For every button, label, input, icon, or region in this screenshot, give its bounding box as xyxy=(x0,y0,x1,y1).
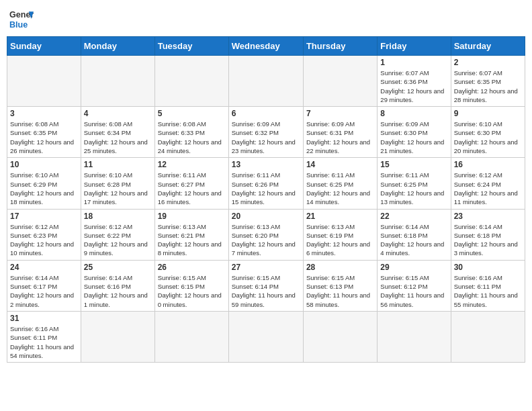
calendar-table: SundayMondayTuesdayWednesdayThursdayFrid… xyxy=(7,36,525,363)
day-info: Sunrise: 6:07 AM Sunset: 6:35 PM Dayligh… xyxy=(454,68,522,104)
day-number: 30 xyxy=(454,263,522,272)
day-info: Sunrise: 6:10 AM Sunset: 6:29 PM Dayligh… xyxy=(10,171,78,206)
calendar-day-cell: 1Sunrise: 6:07 AM Sunset: 6:36 PM Daylig… xyxy=(378,56,451,107)
day-info: Sunrise: 6:11 AM Sunset: 6:25 PM Dayligh… xyxy=(380,171,447,206)
calendar-day-cell: 28Sunrise: 6:15 AM Sunset: 6:13 PM Dayli… xyxy=(303,260,377,311)
logo: General Blue xyxy=(9,7,34,31)
day-number: 3 xyxy=(10,109,78,118)
calendar-day-cell: 29Sunrise: 6:15 AM Sunset: 6:12 PM Dayli… xyxy=(378,260,451,311)
day-info: Sunrise: 6:09 AM Sunset: 6:31 PM Dayligh… xyxy=(306,120,374,155)
day-info: Sunrise: 6:10 AM Sunset: 6:28 PM Dayligh… xyxy=(84,171,152,206)
calendar-header-wednesday: Wednesday xyxy=(228,37,303,56)
day-number: 28 xyxy=(306,263,374,272)
calendar-week-row: 10Sunrise: 6:10 AM Sunset: 6:29 PM Dayli… xyxy=(7,158,525,209)
calendar-day-cell: 4Sunrise: 6:08 AM Sunset: 6:34 PM Daylig… xyxy=(81,107,154,158)
day-number: 20 xyxy=(232,212,300,221)
day-info: Sunrise: 6:16 AM Sunset: 6:11 PM Dayligh… xyxy=(454,273,522,309)
calendar-day-cell: 3Sunrise: 6:08 AM Sunset: 6:35 PM Daylig… xyxy=(7,107,81,158)
day-number: 10 xyxy=(10,160,78,169)
day-info: Sunrise: 6:08 AM Sunset: 6:34 PM Dayligh… xyxy=(84,120,152,155)
day-info: Sunrise: 6:12 AM Sunset: 6:22 PM Dayligh… xyxy=(84,222,152,258)
calendar-day-cell: 27Sunrise: 6:15 AM Sunset: 6:14 PM Dayli… xyxy=(228,260,303,311)
day-number: 25 xyxy=(84,263,152,272)
day-info: Sunrise: 6:14 AM Sunset: 6:16 PM Dayligh… xyxy=(84,273,152,309)
day-number: 22 xyxy=(380,212,447,221)
day-info: Sunrise: 6:15 AM Sunset: 6:13 PM Dayligh… xyxy=(306,273,374,309)
calendar-day-cell: 15Sunrise: 6:11 AM Sunset: 6:25 PM Dayli… xyxy=(378,158,451,209)
calendar-day-cell: 8Sunrise: 6:09 AM Sunset: 6:30 PM Daylig… xyxy=(378,107,451,158)
day-number: 29 xyxy=(380,263,447,272)
calendar-day-cell: 2Sunrise: 6:07 AM Sunset: 6:35 PM Daylig… xyxy=(451,56,525,107)
calendar-header-thursday: Thursday xyxy=(303,37,377,56)
day-info: Sunrise: 6:08 AM Sunset: 6:35 PM Dayligh… xyxy=(10,120,78,155)
calendar-day-cell: 26Sunrise: 6:15 AM Sunset: 6:15 PM Dayli… xyxy=(154,260,228,311)
day-number: 5 xyxy=(158,109,226,118)
day-number: 17 xyxy=(10,212,78,221)
day-info: Sunrise: 6:12 AM Sunset: 6:24 PM Dayligh… xyxy=(454,171,522,206)
calendar-day-cell xyxy=(228,311,303,362)
day-info: Sunrise: 6:11 AM Sunset: 6:27 PM Dayligh… xyxy=(158,171,226,206)
calendar-header-saturday: Saturday xyxy=(451,37,525,56)
calendar-week-row: 3Sunrise: 6:08 AM Sunset: 6:35 PM Daylig… xyxy=(7,107,525,158)
calendar-header-friday: Friday xyxy=(378,37,451,56)
day-number: 27 xyxy=(232,263,300,272)
calendar-day-cell: 12Sunrise: 6:11 AM Sunset: 6:27 PM Dayli… xyxy=(154,158,228,209)
day-info: Sunrise: 6:14 AM Sunset: 6:18 PM Dayligh… xyxy=(454,222,522,258)
calendar-day-cell xyxy=(7,56,81,107)
calendar-day-cell xyxy=(303,56,377,107)
day-info: Sunrise: 6:15 AM Sunset: 6:15 PM Dayligh… xyxy=(158,273,226,309)
calendar-day-cell: 22Sunrise: 6:14 AM Sunset: 6:18 PM Dayli… xyxy=(378,209,451,260)
day-number: 16 xyxy=(454,160,522,169)
day-info: Sunrise: 6:09 AM Sunset: 6:32 PM Dayligh… xyxy=(232,120,300,155)
calendar-day-cell: 30Sunrise: 6:16 AM Sunset: 6:11 PM Dayli… xyxy=(451,260,525,311)
day-number: 24 xyxy=(10,263,78,272)
calendar-day-cell: 16Sunrise: 6:12 AM Sunset: 6:24 PM Dayli… xyxy=(451,158,525,209)
calendar-day-cell: 9Sunrise: 6:10 AM Sunset: 6:30 PM Daylig… xyxy=(451,107,525,158)
calendar-week-row: 17Sunrise: 6:12 AM Sunset: 6:23 PM Dayli… xyxy=(7,209,525,260)
day-info: Sunrise: 6:16 AM Sunset: 6:11 PM Dayligh… xyxy=(10,324,78,360)
day-info: Sunrise: 6:14 AM Sunset: 6:18 PM Dayligh… xyxy=(380,222,447,258)
calendar-day-cell: 13Sunrise: 6:11 AM Sunset: 6:26 PM Dayli… xyxy=(228,158,303,209)
calendar-day-cell: 14Sunrise: 6:11 AM Sunset: 6:25 PM Dayli… xyxy=(303,158,377,209)
day-info: Sunrise: 6:13 AM Sunset: 6:19 PM Dayligh… xyxy=(306,222,374,258)
day-info: Sunrise: 6:14 AM Sunset: 6:17 PM Dayligh… xyxy=(10,273,78,309)
day-number: 18 xyxy=(84,212,152,221)
day-number: 15 xyxy=(380,160,447,169)
day-info: Sunrise: 6:15 AM Sunset: 6:14 PM Dayligh… xyxy=(232,273,300,309)
calendar-week-row: 24Sunrise: 6:14 AM Sunset: 6:17 PM Dayli… xyxy=(7,260,525,311)
calendar-week-row: 31Sunrise: 6:16 AM Sunset: 6:11 PM Dayli… xyxy=(7,311,525,362)
day-number: 7 xyxy=(306,109,374,118)
day-info: Sunrise: 6:15 AM Sunset: 6:12 PM Dayligh… xyxy=(380,273,447,309)
day-number: 8 xyxy=(380,109,447,118)
day-number: 6 xyxy=(232,109,300,118)
logo-icon: General Blue xyxy=(9,7,34,31)
day-number: 13 xyxy=(232,160,300,169)
day-number: 14 xyxy=(306,160,374,169)
day-info: Sunrise: 6:13 AM Sunset: 6:20 PM Dayligh… xyxy=(232,222,300,258)
calendar-day-cell xyxy=(81,311,154,362)
calendar-day-cell xyxy=(228,56,303,107)
day-number: 1 xyxy=(380,58,447,67)
day-info: Sunrise: 6:12 AM Sunset: 6:23 PM Dayligh… xyxy=(10,222,78,258)
calendar-day-cell: 18Sunrise: 6:12 AM Sunset: 6:22 PM Dayli… xyxy=(81,209,154,260)
day-number: 31 xyxy=(10,314,78,323)
calendar-day-cell xyxy=(154,56,228,107)
day-info: Sunrise: 6:11 AM Sunset: 6:25 PM Dayligh… xyxy=(306,171,374,206)
calendar-day-cell: 5Sunrise: 6:08 AM Sunset: 6:33 PM Daylig… xyxy=(154,107,228,158)
day-number: 2 xyxy=(454,58,522,67)
calendar-day-cell: 20Sunrise: 6:13 AM Sunset: 6:20 PM Dayli… xyxy=(228,209,303,260)
day-number: 12 xyxy=(158,160,226,169)
calendar-day-cell: 31Sunrise: 6:16 AM Sunset: 6:11 PM Dayli… xyxy=(7,311,81,362)
calendar-week-row: 1Sunrise: 6:07 AM Sunset: 6:36 PM Daylig… xyxy=(7,56,525,107)
day-info: Sunrise: 6:08 AM Sunset: 6:33 PM Dayligh… xyxy=(158,120,226,155)
calendar-day-cell: 7Sunrise: 6:09 AM Sunset: 6:31 PM Daylig… xyxy=(303,107,377,158)
calendar-day-cell xyxy=(303,311,377,362)
calendar-header-tuesday: Tuesday xyxy=(154,37,228,56)
page-header: General Blue xyxy=(7,7,525,31)
svg-text:Blue: Blue xyxy=(9,20,28,30)
calendar-day-cell: 23Sunrise: 6:14 AM Sunset: 6:18 PM Dayli… xyxy=(451,209,525,260)
day-info: Sunrise: 6:11 AM Sunset: 6:26 PM Dayligh… xyxy=(232,171,300,206)
day-number: 4 xyxy=(84,109,152,118)
day-number: 19 xyxy=(158,212,226,221)
calendar-day-cell: 11Sunrise: 6:10 AM Sunset: 6:28 PM Dayli… xyxy=(81,158,154,209)
